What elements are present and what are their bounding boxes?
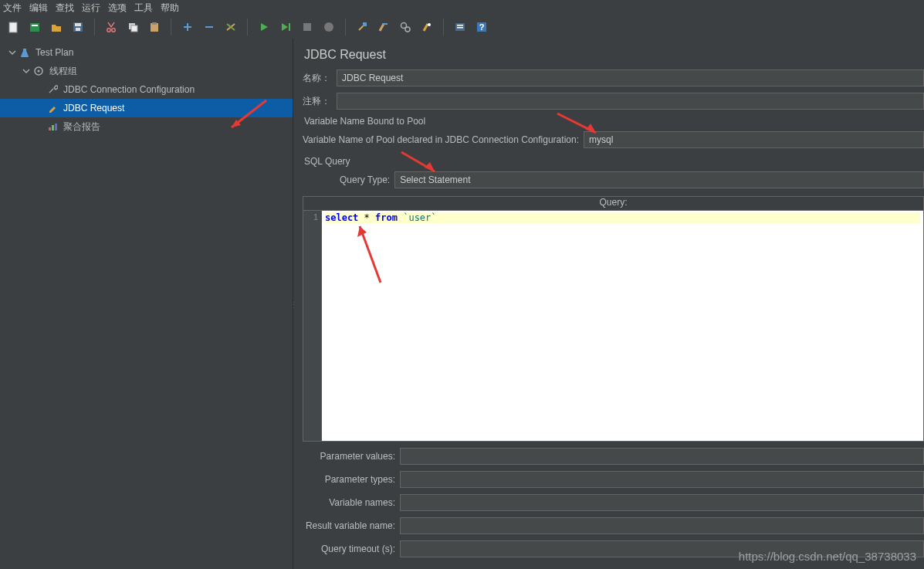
sql-editor[interactable]: 1 select * from `user`	[303, 210, 924, 442]
svg-point-28	[38, 70, 40, 73]
svg-rect-16	[303, 23, 311, 31]
tree-pane: Test Plan 线程组 JDBC Connection Configurat…	[0, 39, 293, 569]
save-icon[interactable]	[69, 19, 86, 36]
separator	[94, 19, 95, 36]
copy-icon[interactable]	[124, 19, 141, 36]
tree-label: JDBC Request	[63, 103, 124, 113]
splitter-handle[interactable]: ⋮	[293, 300, 298, 308]
name-input[interactable]	[337, 69, 924, 86]
separator	[247, 19, 248, 36]
tree-label: 线程组	[49, 65, 77, 78]
cut-icon[interactable]	[103, 19, 120, 36]
sql-group-label: SQL Query	[304, 156, 924, 167]
pool-group-label: Variable Name Bound to Pool	[304, 116, 924, 127]
tree-label: Test Plan	[36, 47, 73, 58]
svg-rect-23	[457, 25, 463, 26]
query-column-header: Query:	[303, 196, 924, 210]
svg-rect-24	[457, 27, 463, 29]
result-var-label: Result variable name:	[303, 520, 395, 531]
svg-rect-4	[75, 23, 81, 26]
toolbar: ?	[0, 15, 924, 39]
editor-line: select * from `user`	[325, 212, 920, 223]
separator	[443, 19, 444, 36]
menu-file[interactable]: 文件	[3, 2, 22, 15]
editor-content[interactable]: select * from `user`	[322, 211, 923, 441]
svg-rect-5	[76, 28, 80, 31]
spacer	[36, 85, 45, 94]
paste-icon[interactable]	[146, 19, 163, 36]
new-icon[interactable]	[5, 19, 22, 36]
svg-point-21	[428, 23, 431, 26]
search-icon[interactable]	[397, 19, 414, 36]
query-type-label: Query Type:	[340, 174, 390, 185]
menu-edit[interactable]: 编辑	[29, 2, 48, 15]
menu-bar: 文件 编辑 查找 运行 选项 工具 帮助	[0, 0, 924, 15]
svg-rect-9	[131, 25, 137, 32]
open-icon[interactable]	[48, 19, 65, 36]
menu-tools[interactable]: 工具	[134, 2, 153, 15]
svg-rect-1	[30, 23, 39, 32]
spacer	[36, 122, 45, 131]
svg-rect-15	[289, 23, 290, 31]
tree-node-test-plan[interactable]: Test Plan	[0, 43, 293, 62]
param-types-label: Parameter types:	[303, 474, 395, 485]
gear-icon	[32, 65, 45, 77]
pipette-icon	[46, 102, 59, 114]
param-types-input[interactable]	[400, 471, 924, 488]
help-icon[interactable]: ?	[473, 19, 490, 36]
clear-all-icon[interactable]	[375, 19, 392, 36]
tree-node-aggregate-report[interactable]: 聚合报告	[0, 117, 293, 136]
svg-point-17	[324, 22, 333, 32]
templates-icon[interactable]	[26, 19, 43, 36]
tree-label: JDBC Connection Configuration	[63, 84, 195, 95]
svg-point-6	[107, 29, 110, 32]
function-helper-icon[interactable]	[452, 19, 469, 36]
tree-node-jdbc-connection[interactable]: JDBC Connection Configuration	[0, 80, 293, 99]
svg-point-20	[405, 27, 410, 32]
start-no-pause-icon[interactable]	[277, 19, 294, 36]
variable-names-input[interactable]	[400, 494, 924, 511]
reset-search-icon[interactable]	[418, 19, 435, 36]
tree-node-jdbc-request[interactable]: JDBC Request	[0, 99, 293, 117]
toggle-icon[interactable]	[222, 19, 239, 36]
shutdown-icon[interactable]	[320, 19, 337, 36]
result-var-input[interactable]	[400, 517, 924, 534]
param-values-input[interactable]	[400, 448, 924, 465]
stop-icon[interactable]	[299, 19, 316, 36]
chevron-down-icon[interactable]	[22, 66, 31, 76]
clear-icon[interactable]	[354, 19, 371, 36]
query-type-select[interactable]	[394, 171, 924, 188]
chevron-down-icon[interactable]	[8, 48, 17, 57]
svg-rect-29	[49, 127, 51, 130]
tree-node-thread-group[interactable]: 线程组	[0, 62, 293, 80]
collapse-icon[interactable]	[201, 19, 218, 36]
svg-point-7	[112, 29, 115, 32]
variable-names-label: Variable names:	[303, 497, 395, 508]
pool-var-input[interactable]	[584, 131, 924, 148]
start-icon[interactable]	[256, 19, 272, 36]
svg-rect-11	[152, 22, 157, 25]
separator	[345, 19, 346, 36]
menu-find[interactable]: 查找	[56, 2, 74, 15]
watermark-text: https://blog.csdn.net/qq_38738033	[739, 550, 916, 563]
name-label: 名称：	[303, 72, 332, 85]
menu-options[interactable]: 选项	[108, 2, 127, 15]
tree-label: 聚合报告	[63, 120, 100, 134]
svg-rect-18	[363, 22, 367, 26]
test-plan-tree[interactable]: Test Plan 线程组 JDBC Connection Configurat…	[0, 39, 293, 136]
menu-run[interactable]: 运行	[82, 2, 100, 15]
spacer	[36, 103, 45, 113]
comment-input[interactable]	[337, 93, 924, 110]
panel-title: JDBC Request	[304, 48, 924, 62]
separator	[171, 19, 171, 36]
editor-pane: ⋮ JDBC Request 名称： 注释： Variable Name Bou…	[293, 39, 924, 569]
wrench-icon	[46, 83, 59, 96]
svg-rect-2	[32, 25, 38, 26]
expand-icon[interactable]	[179, 19, 196, 36]
chart-icon	[46, 120, 59, 133]
svg-rect-0	[9, 22, 17, 32]
main-split: Test Plan 线程组 JDBC Connection Configurat…	[0, 39, 924, 569]
menu-help[interactable]: 帮助	[161, 2, 179, 15]
flask-icon	[19, 46, 31, 59]
svg-rect-31	[55, 124, 57, 130]
